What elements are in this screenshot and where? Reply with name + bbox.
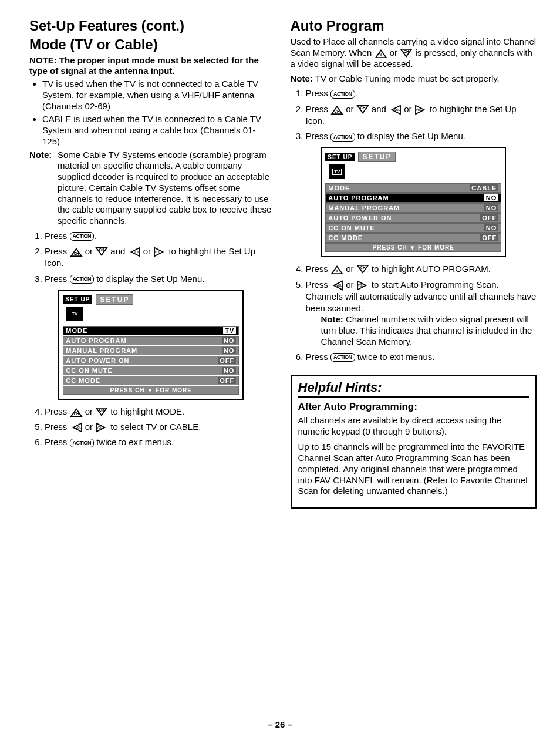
right-arrow-icon [356,280,369,291]
menu-row: CC MODEOFF [63,376,239,385]
up-arrow-icon [375,48,387,59]
auto-note: Note: Note: TV or Cable Tuning mode must… [291,73,537,85]
menu-rows-left: MODETVAUTO PROGRAMNOMANUAL PROGRAMNOAUTO… [63,326,239,395]
mode-step-2: Press or and or to highlight the Set Up … [45,245,273,270]
menu-row: MANUAL PROGRAMNO [325,203,501,213]
right-arrow-icon [95,422,108,433]
bullet-cable: CABLE is used when the TV is connected t… [42,114,273,147]
mode-step-4: Press or to highlight MODE. [45,406,273,418]
menu-rows-right: MODECABLEAUTO PROGRAMNOMANUAL PROGRAMNOA… [325,183,501,252]
left-arrow-icon [330,280,343,291]
menu-row: AUTO POWER ONOFF [325,213,501,223]
down-arrow-icon [95,247,108,257]
menu-row: CC ON MUTENO [325,223,501,233]
mode-steps-cont: Press or to highlight MODE. Press or to … [29,406,273,449]
up-arrow-icon [330,105,343,115]
auto-step-6: Press ACTION twice to exit menus. [306,351,537,363]
menu-title: SETUP [358,152,396,162]
menu-row: AUTO PROGRAMNO [325,193,501,203]
right-column: Auto Program Used to Place all channels … [291,18,537,509]
mode-step-3: Press ACTION to display the Set Up Menu. [45,273,273,285]
bullet-tv: TV is used when the TV is not connected … [42,79,273,112]
heading-setup-features: Set-Up Features (cont.) [29,18,273,34]
hints-p2: Up to 15 channels will be programmed int… [298,442,529,497]
auto-steps: Press ACTION. Press or and or to highlig… [291,88,537,142]
auto-step-5: Press or to start Auto Programming Scan.… [306,279,537,348]
auto-intro: Used to Place all channels carrying a vi… [291,36,537,70]
left-arrow-icon [128,247,141,257]
auto-step-1: Press ACTION. [306,88,537,99]
menu-row: CC MODEOFF [325,233,501,243]
auto-step-4: Press or to highlight AUTO PROGRAM. [306,263,537,275]
action-button-icon: ACTION [70,232,95,241]
up-arrow-icon [70,407,83,418]
menu-footer: PRESS CH ▼ FOR MORE [63,386,239,395]
page-number: – 26 – [0,719,560,729]
menu-badge: SET UP [63,295,92,304]
tv-icon: TV [328,163,346,180]
left-arrow-icon [389,105,402,115]
menu-row: MODETV [63,326,239,335]
menu-badge: SET UP [325,153,355,161]
mode-steps: Press ACTION. Press or and or to highlig… [29,230,273,285]
down-arrow-icon [95,407,108,418]
up-arrow-icon [330,264,343,275]
menu-row: AUTO POWER ONOFF [63,356,239,365]
tv-icon: TV [65,306,84,322]
mode-note: NOTE: The proper input mode must be sele… [29,55,273,76]
action-button-icon: ACTION [330,353,355,362]
hints-p1: All channels are available by direct acc… [298,415,529,438]
menu-row: AUTO PROGRAMNO [63,336,239,345]
left-arrow-icon [70,422,83,433]
hints-subtitle: After Auto Programming: [298,401,529,413]
mode-bullets: TV is used when the TV is not connected … [29,79,273,147]
mode-step-5: Press or to select TV or CABLE. [45,421,273,433]
menu-row: MODECABLE [325,183,501,193]
down-arrow-icon [356,264,369,275]
hints-title: Helpful Hints: [298,380,529,398]
heading-auto-program: Auto Program [291,18,537,34]
menu-row: CC ON MUTENO [63,366,239,375]
up-arrow-icon [70,247,83,257]
left-column: Set-Up Features (cont.) Mode (TV or Cabl… [29,18,273,509]
menu-footer: PRESS CH ▼ FOR MORE [325,243,501,252]
menu-title: SETUP [96,294,133,305]
action-button-icon: ACTION [330,90,355,99]
mode-step-6: Press ACTION twice to exit menus. [45,436,273,448]
action-button-icon: ACTION [330,133,355,142]
right-arrow-icon [414,105,427,115]
down-arrow-icon [400,48,413,59]
setup-menu-autoprogram: SET UP SETUP TV MODECABLEAUTO PROGRAMNOM… [321,147,506,257]
auto-step-5-note: Note: Channel numbers with video signal … [321,314,537,347]
menu-row: MANUAL PROGRAMNO [63,346,239,355]
auto-step-3: Press ACTION to display the Set Up Menu. [306,130,537,142]
mode-step-1: Press ACTION. [45,230,273,242]
heading-mode: Mode (TV or Cable) [29,36,273,53]
auto-step-2: Press or and or to highlight the Set Up … [306,103,537,127]
right-arrow-icon [153,247,166,257]
action-button-icon: ACTION [70,275,95,284]
down-arrow-icon [356,105,369,115]
action-button-icon: ACTION [70,439,95,447]
cable-note: Note: Some Cable TV Systems encode (scra… [29,150,273,227]
helpful-hints-box: Helpful Hints: After Auto Programming: A… [291,375,537,509]
setup-menu-mode: SET UP SETUP TV MODETVAUTO PROGRAMNOMANU… [58,290,244,400]
auto-steps-cont: Press or to highlight AUTO PROGRAM. Pres… [291,263,537,363]
